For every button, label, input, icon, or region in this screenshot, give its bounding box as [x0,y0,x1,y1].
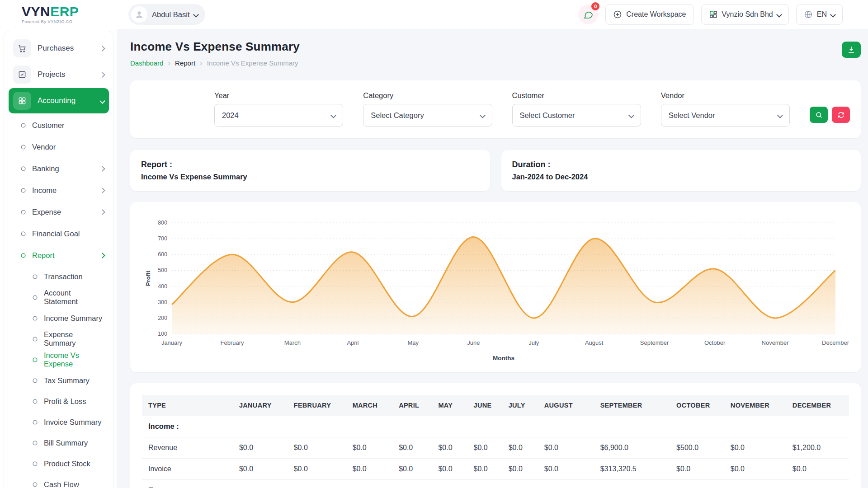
sidebar-item-label: Purchases [38,44,74,53]
chevron-right-icon [99,188,105,193]
report-info-card: Report : Income Vs Expense Summary [130,150,490,191]
sidebar-item-label: Vendor [32,143,56,151]
top-header: VYNERP Powered By VYNZIO.CO Abdul Basit … [0,0,868,29]
filter-vendor: Vendor Select Vendor [661,91,790,127]
chevron-down-icon [99,98,105,104]
chevron-right-icon: › [200,59,203,67]
chevron-down-icon [193,12,199,18]
sidebar-item-label: Tax Summary [44,376,90,385]
chevron-right-icon: › [168,59,170,67]
breadcrumb-item[interactable]: Dashboard [130,59,163,67]
svg-text:400: 400 [158,283,167,290]
breadcrumb: Dashboard›Report›Income Vs Expense Summa… [130,59,300,67]
sidebar-item-label: Expense Summary [44,330,104,347]
sidebar-item-product-stock[interactable]: Product Stock [7,453,111,474]
brand-logo[interactable]: VYNERP Powered By VYNZIO.CO [0,5,117,24]
sidebar-item-cash-flow[interactable]: Cash Flow [7,474,111,488]
income-expense-chart: 100200300400500600700800 JanuaryFebruary… [142,212,849,364]
sidebar-item-bill-summary[interactable]: Bill Summary [7,432,111,453]
sidebar-item-tax-summary[interactable]: Tax Summary [7,370,111,391]
sidebar-item-label: Banking [32,164,59,173]
table-row: Invoice$0.0$0.0$0.0$0.0$0.0$0.0$0.0$0.0$… [142,459,849,480]
sidebar-item-account-statement[interactable]: Account Statement [7,287,111,308]
sidebar-item-label: Transaction [44,272,83,281]
chat-button[interactable]: 0 [578,5,598,24]
sidebar-item-income-summary[interactable]: Income Summary [7,308,111,328]
table-header-cell: JULY [502,395,538,416]
chat-icon [583,9,594,20]
table-header-cell: MARCH [346,395,393,416]
filter-customer-label: Customer [512,91,641,100]
filter-customer: Customer Select Customer [512,91,641,127]
workspace-selector[interactable]: Vynzio Sdn Bhd [701,4,789,25]
user-menu[interactable]: Abdul Basit [128,4,205,25]
circle-icon [32,336,38,342]
category-select[interactable]: Select Category [363,104,492,127]
customer-select[interactable]: Select Customer [512,104,641,127]
circle-icon [20,231,26,237]
year-select-value: 2024 [222,111,239,120]
svg-text:May: May [408,339,419,346]
sidebar-item-expense-summary[interactable]: Expense Summary [7,328,111,349]
sidebar-item-invoice-summary[interactable]: Invoice Summary [7,412,111,432]
circle-icon [32,295,38,300]
report-info-value: Income Vs Expense Summary [141,173,479,181]
sidebar-item-label: Financial Goal [32,230,80,238]
reset-button[interactable] [832,107,850,123]
sidebar-item-label: Profit & Loss [44,397,86,406]
sidebar-item-accounting[interactable]: Accounting [9,88,109,113]
breadcrumb-item: Income Vs Expense Summary [207,59,298,67]
svg-text:November: November [762,339,789,346]
chevron-down-icon [480,113,486,118]
table-row-type: Invoice [142,459,233,480]
table-cell: $0.0 [288,459,346,480]
sidebar-item-report[interactable]: Report [7,244,111,266]
duration-info-value: Jan-2024 to Dec-2024 [512,173,850,181]
sidebar-item-label: Projects [38,70,65,79]
search-button[interactable] [810,107,828,123]
sidebar-item-label: Income Vs Expense [44,351,104,368]
table-cell: $0.0 [467,437,502,459]
sidebar-item-financial-goal[interactable]: Financial Goal [7,223,111,244]
filter-buttons [810,107,850,123]
table-cell: $0.0 [786,459,849,480]
svg-text:January: January [161,339,183,346]
chat-badge: 0 [591,2,599,10]
report-info-title: Report : [141,160,479,169]
sidebar-item-vendor[interactable]: Vendor [7,136,111,158]
reset-icon [837,111,845,119]
circle-icon [32,440,38,446]
sidebar-item-transaction[interactable]: Transaction [7,266,111,287]
sidebar-item-income[interactable]: Income [7,179,111,201]
download-button[interactable] [842,42,861,58]
sidebar-item-projects[interactable]: Projects [9,62,109,87]
sidebar-item-banking[interactable]: Banking [7,158,111,179]
sidebar-item-income-vs-expense[interactable]: Income Vs Expense [7,349,111,370]
sidebar-item-label: Product Stock [44,460,90,468]
circle-icon [32,274,38,280]
year-select[interactable]: 2024 [214,104,343,127]
create-workspace-button[interactable]: Create Workspace [605,4,693,25]
download-icon [847,45,856,54]
svg-text:700: 700 [158,235,167,242]
sidebar: PurchasesProjectsAccountingCustomerVendo… [0,29,117,488]
table-header-cell: TYPE [142,395,233,416]
sidebar-item-expense[interactable]: Expense [7,201,111,223]
vendor-select[interactable]: Select Vendor [661,104,790,127]
table-card: TYPEJANUARYFEBRUARYMARCHAPRILMAYJUNEJULY… [130,383,861,488]
svg-text:300: 300 [158,299,167,305]
language-label: EN [817,10,827,19]
table-cell: $0.0 [538,437,594,459]
language-selector[interactable]: EN [796,4,843,25]
circle-icon [32,315,38,321]
brand-name: VYNERP [22,5,117,19]
sidebar-item-profit-loss[interactable]: Profit & Loss [7,391,111,412]
brand-name-dark: VYN [22,4,50,19]
breadcrumb-item[interactable]: Report [175,59,195,67]
table-header-cell: NOVEMBER [724,395,786,416]
sidebar-panel: PurchasesProjectsAccountingCustomerVendo… [4,31,114,488]
sidebar-item-purchases[interactable]: Purchases [9,36,109,61]
table-section-row: Expense : [142,480,849,488]
sidebar-item-label: Income [32,186,57,195]
sidebar-item-customer[interactable]: Customer [7,114,111,136]
